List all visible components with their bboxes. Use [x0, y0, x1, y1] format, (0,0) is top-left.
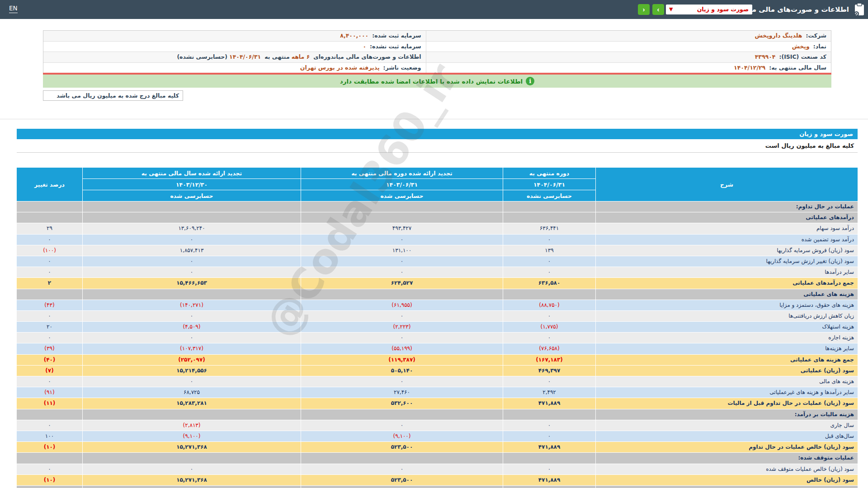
row-label: هزینه های حقوق، دستمزد و مزایا [595, 300, 858, 311]
cell-value: ۱۵,۲۱۴,۵۵۶ [82, 366, 301, 376]
row-label: سود (زیان) فروش سرمایه گذاریها [595, 245, 858, 256]
section-row: هزینه های عملیاتی [17, 289, 858, 300]
table-row: جمع درآمدهای عملیاتی۶۳۶,۵۸۰۶۲۴,۵۲۷۱۵,۴۶۶… [17, 278, 858, 289]
section-row: هزینه مالیات بر درآمد: [17, 409, 858, 420]
next-statement-button[interactable]: › [652, 4, 664, 15]
cell-value: (۱۶۷,۱۸۳) [503, 355, 595, 366]
cell-value: ۰ [503, 267, 595, 278]
cell-value: ۰ [301, 333, 503, 343]
cell-value: (۱۰۰) [17, 245, 82, 256]
cell-value: ۰ [503, 420, 595, 431]
cell-value [301, 202, 503, 212]
row-label: سال جاری [595, 420, 858, 431]
period-end-date: ۱۴۰۴/۰۶/۳۱ [229, 53, 261, 60]
cell-value: ۰ [17, 376, 82, 387]
cell-value: ۱۵,۴۶۶,۶۵۳ [82, 278, 301, 289]
cell-value [17, 453, 82, 464]
cell-value: ۲ [17, 278, 82, 289]
row-label: سود (زیان) عملیات در حال تداوم قبل از ما… [595, 398, 858, 409]
cell-value: ۴۶۹,۳۹۷ [503, 366, 595, 376]
cell-value [17, 486, 82, 488]
cell-value: (۱۱۹,۳۸۷) [301, 355, 503, 366]
cell-value: ۱۳۹ [503, 245, 595, 256]
field-value: ۰ [363, 43, 366, 50]
cell-value [82, 212, 301, 223]
row-label: درآمد سود سهام [595, 223, 858, 234]
audit-status-label: (حسابرسی نشده) [177, 53, 227, 60]
cell-value: (۴۳) [17, 300, 82, 311]
field-value: پذیرفته شده در بورس تهران [300, 64, 380, 71]
field-label: سرمایه ثبت شده: [372, 32, 421, 39]
table-row: سود (زیان) فروش سرمایه گذاریها۱۳۹۱۳۱,۱۰۰… [17, 245, 858, 256]
cell-value [17, 289, 82, 300]
row-label: عملیات در حال تداوم: [595, 202, 858, 212]
cell-value: ۶۳۶,۵۸۰ [503, 278, 595, 289]
table-row: سود (زیان) خالص۴۷۱,۸۸۹۵۲۳,۵۰۰۱۵,۲۷۱,۳۶۸(… [17, 475, 858, 486]
field-value: وپخش [792, 43, 810, 50]
cell-value [301, 409, 503, 420]
cell-value: ۰ [17, 333, 82, 343]
cell-value: (۴۰) [17, 355, 82, 366]
cell-value: ۱۳,۶۰۹,۲۴۰ [82, 223, 301, 234]
company-info-row: شرکت: هلدینگ داروپخش سرمایه ثبت شده: ۸,۴… [43, 31, 831, 42]
table-row: زیان کاهش ارزش دریافتنی‌ها۰۰۰۰ [17, 311, 858, 322]
table-row: سود (زیان) خالص عملیات متوقف شده۰۰۰۰ [17, 464, 858, 475]
ticker-symbol-cell: نماد: وپخش [426, 42, 831, 52]
cell-value: ۰ [301, 235, 503, 245]
field-value: هلدینگ داروپخش [755, 32, 802, 39]
report-type-dropdown[interactable]: صورت سود و زیان ▼ [666, 5, 752, 14]
cell-value: ۰ [503, 333, 595, 343]
cell-value [17, 202, 82, 212]
cell-value: ۰ [82, 333, 301, 343]
cell-value [301, 289, 503, 300]
cell-value: ۴۷۱,۸۸۹ [503, 398, 595, 409]
column-header-restated-year-audit: حسابرسی شده [82, 190, 301, 202]
report-type-selected-value: صورت سود و زیان [697, 5, 749, 14]
cell-value: ۱۰۰ [17, 431, 82, 442]
column-header-restated-period-audit: حسابرسی شده [301, 190, 503, 202]
cell-value: (۱,۷۷۵) [503, 322, 595, 333]
field-label: نماد: [813, 43, 826, 50]
table-row: سایر درآمدها۰۰۰۰ [17, 267, 858, 278]
table-row: جمع هزینه های عملیاتی(۱۶۷,۱۸۳)(۱۱۹,۳۸۷)(… [17, 355, 858, 366]
cell-value: (۱۰) [17, 442, 82, 453]
cell-value [82, 289, 301, 300]
cell-value: ۰ [503, 376, 595, 387]
cell-value: ۱,۸۵۷,۴۱۳ [82, 245, 301, 256]
amounts-unit-box: کلیه مبالغ درج شده به میلیون ریال می باش… [43, 90, 183, 101]
field-value: ۴۳۹۹۰۴ [755, 53, 776, 60]
fiscal-year-end-cell: سال مالی منتهی به: ۱۴۰۴/۱۲/۲۹ [426, 63, 831, 73]
cell-value: ۲,۴۹۲ [503, 387, 595, 398]
table-row: درآمد سود سهام۶۳۶,۴۴۱۴۹۳,۴۲۷۱۳,۶۰۹,۲۴۰۲۹ [17, 223, 858, 234]
field-value: ۸,۴۰۰,۰۰۰ [340, 32, 368, 39]
previous-statement-button[interactable]: ‹ [638, 4, 650, 15]
section-row: عملیات در حال تداوم: [17, 202, 858, 212]
field-label: کد صنعت (ISIC): [779, 53, 826, 60]
field-value: ۱۴۰۴/۱۲/۲۹ [734, 64, 765, 71]
cell-value: ۰ [17, 235, 82, 245]
row-label: سود (زیان) تغییر ارزش سرمایه گذاریها [595, 256, 858, 267]
row-label: سال‌های قبل [595, 431, 858, 442]
cell-value: (۳۹) [17, 343, 82, 354]
column-header-restated-year-date: ۱۴۰۳/۱۲/۳۰ [82, 179, 301, 190]
cell-value: ۰ [503, 431, 595, 442]
row-label: سود (زیان) خالص [595, 475, 858, 486]
row-label: جمع درآمدهای عملیاتی [595, 278, 858, 289]
section-row: عملیات متوقف شده: [17, 453, 858, 464]
cell-value [82, 486, 301, 488]
table-row: سود (زیان) عملیاتی۴۶۹,۳۹۷۵۰۵,۱۴۰۱۵,۲۱۴,۵… [17, 366, 858, 376]
cell-value: (۲۵۲,۰۹۷) [82, 355, 301, 366]
company-name-cell: شرکت: هلدینگ داروپخش [426, 31, 831, 41]
field-label: سال مالی منتهی به: [769, 64, 826, 71]
cell-value: ۰ [301, 267, 503, 278]
cell-value: ۰ [503, 311, 595, 322]
statement-title-bar: صورت سود و زیان [17, 129, 858, 139]
cell-value: ۶۲۴,۵۲۷ [301, 278, 503, 289]
cell-value: (۲,۸۱۳) [82, 420, 301, 431]
cell-value: ۰ [17, 311, 82, 322]
unregistered-capital-cell: سرمایه ثبت نشده: ۰ [43, 42, 426, 52]
column-header-percent-change: درصد تغییر [17, 168, 82, 202]
cell-value [17, 212, 82, 223]
cell-value: ۵۲۳,۵۰۰ [301, 442, 503, 453]
language-switch-en[interactable]: EN [9, 5, 18, 13]
